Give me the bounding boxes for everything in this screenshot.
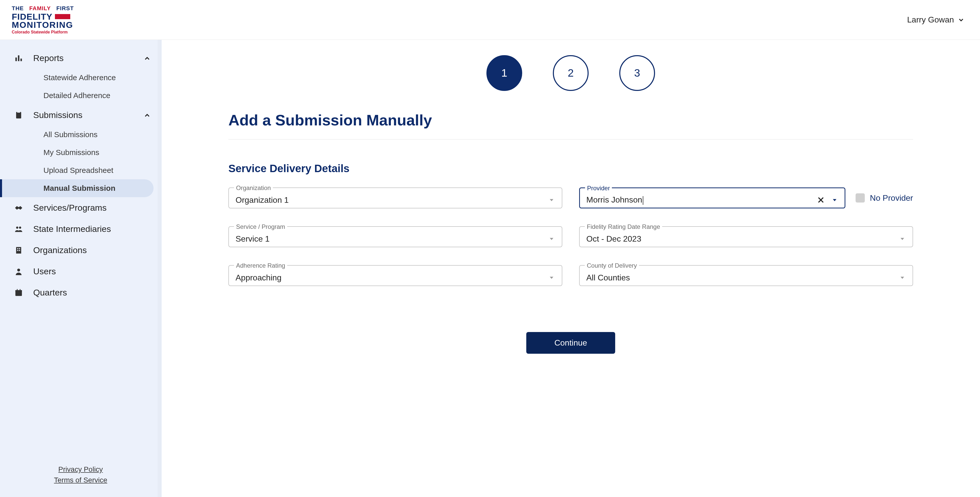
sidebar-sub-detailed-adherence[interactable]: Detailed Adherence (0, 87, 161, 105)
sidebar: Reports Statewide Adherence Detailed Adh… (0, 40, 161, 497)
svg-rect-0 (15, 57, 17, 61)
svg-point-6 (19, 227, 21, 229)
step-1[interactable]: 1 (487, 55, 522, 91)
sidebar-item-label: Organizations (33, 245, 151, 255)
sidebar-item-label: Services/Programs (33, 203, 151, 213)
privacy-policy-link[interactable]: Privacy Policy (0, 465, 161, 473)
main-content: 1 2 3 Add a Submission Manually Service … (161, 40, 980, 497)
sidebar-item-label: Quarters (33, 287, 151, 297)
clipboard-icon (14, 111, 23, 119)
sidebar-item-label: Users (33, 267, 151, 276)
sidebar-item-label: Reports (33, 53, 133, 63)
field-value: Organization 1 (235, 195, 548, 205)
page-title: Add a Submission Manually (228, 111, 913, 129)
svg-point-5 (16, 227, 18, 229)
svg-marker-23 (550, 277, 554, 279)
logo-the: THE (12, 5, 24, 11)
dropdown-arrow-icon (899, 235, 906, 242)
sidebar-sub-all-submissions[interactable]: All Submissions (0, 125, 161, 143)
svg-rect-1 (18, 55, 19, 61)
logo-fidelity: FIDELITY (12, 12, 52, 21)
logo-first: FIRST (56, 5, 74, 11)
checkbox-icon (856, 193, 865, 203)
field-value: Approaching (235, 273, 548, 283)
step-3[interactable]: 3 (619, 55, 655, 91)
svg-rect-16 (20, 289, 21, 291)
clear-icon[interactable] (817, 196, 825, 204)
sidebar-item-users[interactable]: Users (0, 261, 161, 282)
field-value: Morris Johnson (586, 195, 817, 205)
field-value: All Counties (586, 273, 899, 283)
dropdown-arrow-icon (548, 274, 555, 281)
service-select[interactable]: Service / Program Service 1 (228, 226, 562, 247)
field-value: Service 1 (235, 234, 548, 244)
logo: THE FAMILY FIRST FIDELITY MONITORING Col… (12, 6, 74, 34)
sidebar-item-quarters[interactable]: Quarters (0, 282, 161, 303)
terms-of-service-link[interactable]: Terms of Service (0, 476, 161, 484)
svg-rect-7 (16, 247, 21, 254)
user-menu[interactable]: Larry Gowan (907, 15, 965, 24)
county-select[interactable]: County of Delivery All Counties (579, 265, 913, 286)
svg-rect-9 (19, 248, 20, 249)
step-2[interactable]: 2 (553, 55, 589, 91)
sidebar-sub-statewide-adherence[interactable]: Statewide Adherence (0, 69, 161, 87)
provider-combobox[interactable]: Provider Morris Johnson (579, 187, 845, 208)
logo-subtitle: Colorado Statewide Platform (12, 30, 74, 34)
no-provider-checkbox[interactable]: No Provider (856, 193, 913, 203)
field-label: County of Delivery (585, 262, 639, 269)
logo-monitoring: MONITORING (12, 21, 74, 29)
user-icon (14, 267, 23, 276)
organization-select[interactable]: Organization Organization 1 (228, 187, 562, 208)
handshake-icon (14, 203, 23, 212)
field-label: Provider (585, 185, 612, 192)
user-name: Larry Gowan (907, 15, 954, 24)
field-label: Service / Program (234, 223, 287, 230)
sidebar-item-reports[interactable]: Reports (0, 48, 161, 69)
date-range-select[interactable]: Fidelity Rating Date Range Oct - Dec 202… (579, 226, 913, 247)
svg-rect-14 (15, 290, 22, 292)
adherence-select[interactable]: Adherence Rating Approaching (228, 265, 562, 286)
svg-rect-2 (21, 59, 22, 61)
logo-family: FAMILY (29, 5, 51, 11)
sidebar-item-label: Submissions (33, 110, 133, 120)
field-label: Fidelity Rating Date Range (585, 223, 662, 230)
field-value: Oct - Dec 2023 (586, 234, 899, 244)
sidebar-item-submissions[interactable]: Submissions (0, 105, 161, 125)
chevron-up-icon (143, 54, 151, 62)
sidebar-sub-upload-spreadsheet[interactable]: Upload Spreadsheet (0, 161, 161, 179)
stepper: 1 2 3 (192, 55, 949, 91)
sidebar-item-organizations[interactable]: Organizations (0, 240, 161, 261)
sidebar-item-services[interactable]: Services/Programs (0, 197, 161, 218)
sidebar-sub-manual-submission[interactable]: Manual Submission (0, 179, 154, 197)
section-title: Service Delivery Details (228, 162, 913, 175)
svg-rect-15 (17, 289, 18, 291)
chevron-down-icon (958, 16, 965, 24)
field-label: Adherence Rating (234, 262, 287, 269)
svg-marker-22 (900, 238, 904, 240)
building-icon (14, 246, 23, 255)
svg-rect-8 (17, 248, 18, 249)
checkbox-label: No Provider (870, 193, 913, 203)
svg-rect-4 (17, 111, 20, 113)
svg-rect-3 (16, 112, 21, 119)
sidebar-item-intermediaries[interactable]: State Intermediaries (0, 218, 161, 240)
people-icon (14, 225, 23, 233)
dropdown-arrow-icon (548, 196, 555, 203)
calendar-icon (14, 288, 23, 297)
bar-chart-icon (14, 54, 23, 63)
svg-marker-21 (550, 238, 554, 240)
svg-marker-20 (833, 199, 837, 201)
svg-marker-17 (550, 199, 554, 201)
continue-button[interactable]: Continue (526, 332, 615, 354)
field-label: Organization (234, 184, 273, 192)
svg-point-12 (17, 268, 20, 271)
svg-rect-10 (17, 250, 18, 251)
svg-marker-24 (900, 277, 904, 279)
sidebar-sub-my-submissions[interactable]: My Submissions (0, 143, 161, 161)
dropdown-arrow-icon (831, 196, 838, 203)
sidebar-footer: Privacy Policy Terms of Service (0, 455, 161, 497)
chevron-up-icon (143, 111, 151, 119)
divider (228, 139, 913, 140)
logo-bar (55, 14, 70, 19)
topbar: THE FAMILY FIRST FIDELITY MONITORING Col… (0, 0, 980, 40)
